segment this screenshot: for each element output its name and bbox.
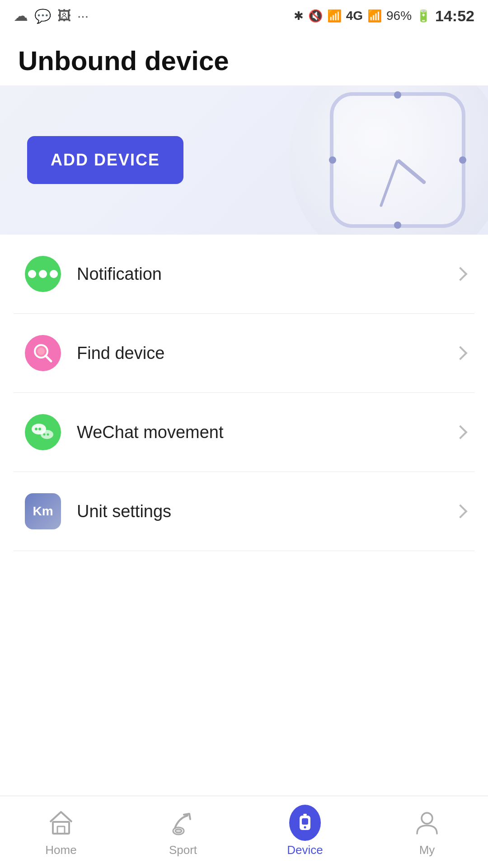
hour-hand [396, 159, 426, 185]
hero-section: ADD DEVICE [0, 85, 488, 235]
status-bar: ☁ 💬 🖼 ··· ✱ 🔇 📶 4G 📶 96% 🔋 14:52 [0, 0, 488, 32]
unit-settings-chevron [453, 504, 467, 518]
device-nav-bg [289, 805, 321, 841]
svg-rect-14 [302, 818, 308, 825]
watch-face [330, 92, 465, 228]
unit-settings-label: Unit settings [77, 502, 455, 521]
svg-point-7 [43, 434, 46, 436]
device-nav-label: Device [287, 843, 323, 857]
unit-settings-icon: Km [25, 493, 61, 529]
home-nav-label: Home [45, 843, 76, 857]
battery-icon: 🔋 [416, 9, 431, 23]
nav-home[interactable]: Home [0, 807, 122, 857]
battery-label: 96% [386, 9, 412, 23]
svg-point-12 [175, 829, 182, 833]
add-device-button[interactable]: ADD DEVICE [27, 136, 183, 184]
minute-hand [380, 160, 399, 207]
watch-dot-right [459, 156, 466, 164]
sport-icon-wrap [167, 807, 199, 839]
home-icon-wrap [45, 807, 77, 839]
menu-list: Notification Find device [0, 235, 488, 551]
wechat-label: WeChat movement [77, 423, 455, 442]
time-display: 14:52 [435, 7, 474, 25]
notification-icon-wrap [23, 254, 63, 294]
image-icon: 🖼 [57, 8, 71, 24]
my-icon [413, 809, 441, 836]
find-device-icon [25, 335, 61, 371]
find-device-label: Find device [77, 344, 455, 363]
bluetooth-icon: ✱ [294, 9, 304, 23]
watch-illustration [280, 85, 488, 235]
nav-device[interactable]: Device [244, 807, 366, 857]
svg-rect-9 [53, 822, 69, 834]
sport-icon [169, 809, 197, 836]
unit-settings-menu-item[interactable]: Km Unit settings [14, 472, 474, 551]
status-left: ☁ 💬 🖼 ··· [14, 7, 89, 24]
svg-point-1 [38, 348, 45, 355]
wechat-chevron [453, 425, 467, 439]
my-nav-label: My [419, 843, 435, 857]
signal-icon: 📶 [367, 9, 382, 23]
wechat-icon-wrap [23, 412, 63, 453]
home-icon [47, 809, 75, 836]
bottom-navigation: Home Sport Device [0, 796, 488, 868]
notification-icon [25, 256, 61, 292]
svg-point-4 [35, 428, 38, 430]
device-nav-icon [295, 813, 315, 833]
watch-circle [289, 85, 488, 235]
unit-icon-wrap: Km [23, 491, 63, 532]
svg-point-8 [47, 434, 49, 436]
my-icon-wrap [411, 807, 443, 839]
wechat-icon [25, 414, 61, 450]
notification-label: Notification [77, 264, 455, 284]
more-icon: ··· [77, 8, 89, 24]
svg-point-15 [304, 826, 306, 829]
find-device-icon-wrap [23, 333, 63, 373]
svg-rect-16 [303, 814, 307, 816]
svg-point-5 [38, 428, 41, 430]
watch-dot-left [329, 156, 336, 164]
find-device-chevron [453, 346, 467, 360]
svg-point-17 [422, 813, 432, 824]
device-icon-wrap [289, 807, 321, 839]
status-right: ✱ 🔇 📶 4G 📶 96% 🔋 14:52 [294, 7, 474, 25]
watch-dot-bottom [394, 222, 401, 229]
nav-my[interactable]: My [366, 807, 488, 857]
wifi-icon: 📶 [327, 9, 342, 23]
find-device-menu-item[interactable]: Find device [14, 314, 474, 393]
svg-rect-10 [57, 826, 65, 834]
mute-icon: 🔇 [308, 9, 323, 23]
watch-dot-top [394, 91, 401, 99]
nav-sport[interactable]: Sport [122, 807, 244, 857]
notification-menu-item[interactable]: Notification [14, 235, 474, 314]
network-label: 4G [346, 9, 363, 23]
wechat-menu-item[interactable]: WeChat movement [14, 393, 474, 472]
page-title: Unbound device [0, 32, 488, 85]
cloud-icon: ☁ [14, 7, 28, 24]
sport-nav-label: Sport [169, 843, 197, 857]
message-icon: 💬 [34, 8, 51, 24]
svg-line-2 [46, 356, 51, 361]
notification-chevron [453, 267, 467, 281]
